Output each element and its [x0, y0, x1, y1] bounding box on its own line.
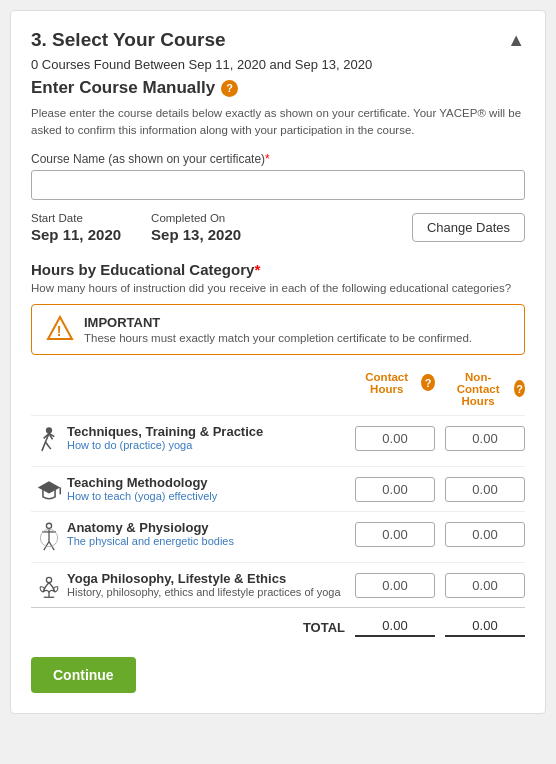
category-sublabel-2: The physical and energetic bodies — [67, 535, 355, 547]
hours-subtitle: How many hours of instruction did you re… — [31, 282, 525, 294]
section-title: 3. Select Your Course — [31, 29, 226, 51]
contact-hours-input-3[interactable] — [355, 573, 435, 598]
change-dates-button[interactable]: Change Dates — [412, 213, 525, 242]
course-name-label: Course Name (as shown on your certificat… — [31, 152, 525, 166]
completed-on-label: Completed On — [151, 212, 241, 224]
table-row: Yoga Philosophy, Lifestyle & Ethics Hist… — [31, 562, 525, 607]
svg-point-11 — [46, 523, 51, 528]
total-contact-value: 0.00 — [355, 618, 435, 637]
courses-found-text: 0 Courses Found Between Sep 11, 2020 and… — [31, 57, 525, 72]
completed-on-value: Sep 13, 2020 — [151, 226, 241, 243]
course-name-input[interactable] — [31, 170, 525, 200]
start-date-group: Start Date Sep 11, 2020 — [31, 212, 121, 243]
category-label-group-3: Yoga Philosophy, Lifestyle & Ethics Hist… — [67, 571, 355, 598]
hours-table: Techniques, Training & Practice How to d… — [31, 415, 525, 607]
category-name-2: Anatomy & Physiology — [67, 520, 355, 535]
important-box: ! IMPORTANT These hours must exactly mat… — [31, 304, 525, 355]
important-label: IMPORTANT — [84, 315, 472, 330]
contact-hours-input-2[interactable] — [355, 522, 435, 547]
non-contact-hours-header: Non-Contact Hours ? — [445, 371, 525, 407]
start-date-label: Start Date — [31, 212, 121, 224]
warning-icon: ! — [46, 315, 74, 343]
category-icon-2 — [31, 520, 67, 554]
category-inputs-0 — [355, 426, 525, 451]
important-content: IMPORTANT These hours must exactly match… — [84, 315, 472, 344]
dates-row: Start Date Sep 11, 2020 Completed On Sep… — [31, 212, 525, 243]
select-course-card: 3. Select Your Course ▲ 0 Courses Found … — [10, 10, 546, 714]
category-inputs-3 — [355, 573, 525, 598]
continue-button[interactable]: Continue — [31, 657, 136, 693]
description-text: Please enter the course details below ex… — [31, 105, 525, 140]
enter-course-title: Enter Course Manually ? — [31, 78, 525, 98]
svg-line-5 — [42, 442, 46, 451]
hours-required-star: * — [254, 261, 260, 278]
total-label: TOTAL — [285, 620, 345, 635]
hours-header-row: Contact Hours ? Non-Contact Hours ? — [31, 371, 525, 407]
category-sublabel-1: How to teach (yoga) effectively — [67, 490, 355, 502]
svg-line-6 — [45, 442, 50, 449]
non-contact-hours-input-0[interactable] — [445, 426, 525, 451]
category-sublabel-0: How to do (practice) yoga — [67, 439, 355, 451]
total-row: TOTAL 0.00 0.00 — [31, 607, 525, 641]
category-sublabel-3: History, philosophy, ethics and lifestyl… — [67, 586, 355, 598]
non-contact-hours-help-icon[interactable]: ? — [514, 380, 525, 397]
enter-course-label: Enter Course Manually — [31, 78, 215, 98]
contact-hours-input-0[interactable] — [355, 426, 435, 451]
table-row: Anatomy & Physiology The physical and en… — [31, 511, 525, 562]
contact-hours-help-icon[interactable]: ? — [421, 374, 435, 391]
contact-hours-header: Contact Hours ? — [355, 371, 435, 395]
category-icon-0 — [31, 424, 67, 458]
category-label-group-2: Anatomy & Physiology The physical and en… — [67, 520, 355, 547]
non-contact-hours-input-1[interactable] — [445, 477, 525, 502]
start-date-value: Sep 11, 2020 — [31, 226, 121, 243]
important-desc: These hours must exactly match your comp… — [84, 332, 472, 344]
category-icon-3 — [31, 571, 67, 599]
completed-on-group: Completed On Sep 13, 2020 — [151, 212, 241, 243]
category-name-0: Techniques, Training & Practice — [67, 424, 355, 439]
non-contact-hours-input-2[interactable] — [445, 522, 525, 547]
non-contact-hours-input-3[interactable] — [445, 573, 525, 598]
required-star: * — [265, 152, 270, 166]
category-name-3: Yoga Philosophy, Lifestyle & Ethics — [67, 571, 355, 586]
category-inputs-1 — [355, 477, 525, 502]
section-header: 3. Select Your Course ▲ — [31, 29, 525, 51]
svg-point-2 — [46, 427, 52, 433]
category-label-group-0: Techniques, Training & Practice How to d… — [67, 424, 355, 451]
contact-hours-input-1[interactable] — [355, 477, 435, 502]
table-row: Teaching Methodology How to teach (yoga)… — [31, 466, 525, 511]
category-label-group-1: Teaching Methodology How to teach (yoga)… — [67, 475, 355, 502]
category-inputs-2 — [355, 522, 525, 547]
table-row: Techniques, Training & Practice How to d… — [31, 415, 525, 466]
category-name-1: Teaching Methodology — [67, 475, 355, 490]
hours-title: Hours by Educational Category* — [31, 261, 525, 278]
chevron-up-icon[interactable]: ▲ — [507, 30, 525, 51]
svg-marker-9 — [38, 481, 61, 493]
total-non-contact-value: 0.00 — [445, 618, 525, 637]
svg-text:!: ! — [57, 323, 62, 339]
help-icon[interactable]: ? — [221, 80, 238, 97]
category-icon-1 — [31, 475, 67, 503]
